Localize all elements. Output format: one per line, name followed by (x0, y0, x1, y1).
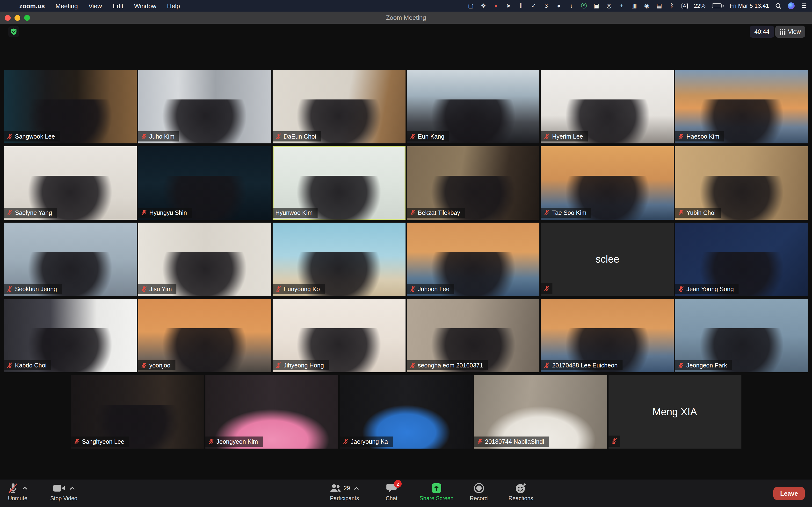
participant-tile[interactable]: Sangwook Lee (4, 70, 137, 144)
bell-icon[interactable]: ● (556, 3, 562, 9)
shottr-icon[interactable]: Ⓢ (581, 3, 587, 9)
leave-button[interactable]: Leave (773, 487, 805, 500)
screen-mirroring-icon[interactable]: ▢ (468, 3, 474, 9)
stop-video-button[interactable]: Stop Video (50, 483, 77, 501)
participant-name-label: 20180744 NabilaSindi (474, 437, 549, 447)
muted-mic-icon (678, 286, 684, 292)
participant-tile[interactable]: Juho Kim (138, 70, 271, 144)
participant-tile[interactable]: Jaeryoung Ka (340, 375, 472, 449)
participant-name-label: Haesoo Kim (675, 131, 724, 142)
menu-item-meeting[interactable]: Meeting (55, 2, 78, 9)
participant-tile[interactable]: yoonjoo (138, 299, 271, 372)
unmute-button[interactable]: Unmute (8, 483, 28, 501)
close-window-button[interactable] (5, 15, 11, 20)
mic-options-chevron-icon[interactable] (22, 487, 28, 490)
participant-name: Jisu Yim (149, 286, 172, 292)
bluetooth-icon[interactable]: ᛒ (669, 3, 675, 9)
download-icon[interactable]: ↓ (568, 3, 574, 9)
muted-mic-icon (208, 439, 214, 445)
participant-tile[interactable]: Yubin Choi (675, 146, 808, 220)
participant-name: Sangwook Lee (15, 133, 55, 140)
accessibility-icon[interactable]: ◉ (644, 3, 650, 9)
input-source-icon[interactable]: A (681, 3, 688, 9)
participant-tile[interactable]: Kabdo Choi (4, 299, 137, 372)
participant-tile[interactable]: DaEun Choi (272, 70, 405, 144)
meeting-security-shield-icon[interactable] (8, 26, 19, 37)
participant-tile[interactable]: Jihyeong Hong (272, 299, 405, 372)
share-screen-button[interactable]: Share Screen (419, 483, 454, 501)
menu-item-zoom-us[interactable]: zoom.us (19, 2, 45, 9)
gallery-grid: Sangwook Lee Juho Kim (4, 70, 808, 372)
participant-tile[interactable]: Jeongyeon Kim (205, 375, 338, 449)
participant-tile[interactable]: seongha eom 20160371 (407, 299, 540, 372)
muted-mic-icon (141, 286, 147, 292)
participant-tile[interactable]: 20170488 Lee Euicheon (541, 299, 674, 372)
meeting-toolbar: Unmute Stop Video 29 Participants 2 Chat (0, 479, 812, 507)
audio-levels-icon[interactable]: ⫴ (518, 3, 524, 9)
plus-icon[interactable]: + (618, 3, 625, 9)
minimize-window-button[interactable] (14, 15, 20, 20)
participant-tile[interactable]: 20180744 NabilaSindi (474, 375, 607, 449)
participant-name-label: Jeongyeon Kim (205, 437, 263, 447)
muted-mic-icon (141, 362, 147, 369)
menu-item-window[interactable]: Window (134, 2, 157, 9)
split-view-icon[interactable]: ▥ (631, 3, 637, 9)
video-camera-icon (53, 484, 65, 493)
participant-tile[interactable]: Saelyne Yang (4, 146, 137, 220)
participant-tile[interactable]: Hyunwoo Kim (272, 146, 405, 220)
spotlight-search-icon[interactable] (775, 3, 781, 9)
check-circle-icon[interactable]: ✓ (530, 3, 537, 9)
participant-tile[interactable]: Bekzat Tilekbay (407, 146, 540, 220)
reactions-button[interactable]: Reactions (508, 483, 533, 501)
list-menu-icon[interactable]: ☰ (801, 3, 807, 9)
participant-tile[interactable]: Sanghyeon Lee (71, 375, 204, 449)
participant-tile[interactable]: Juhoon Lee (407, 223, 540, 296)
participants-chevron-icon[interactable] (354, 487, 359, 490)
participant-tile[interactable]: Hyungyu Shin (138, 146, 271, 220)
participant-name: Juhoon Lee (418, 286, 450, 292)
muted-mic-icon (7, 362, 12, 369)
participant-name-label: Kabdo Choi (4, 360, 51, 370)
participant-tile[interactable]: Hyerim Lee (541, 70, 674, 144)
menu-bar-clock[interactable]: Fri Mar 5 13:41 (729, 2, 769, 9)
messenger-badge-icon[interactable]: ● (493, 3, 499, 9)
window-manager-icon[interactable]: ▣ (593, 3, 600, 9)
participant-name: Yubin Choi (686, 209, 716, 216)
participant-tile[interactable]: Jisu Yim (138, 223, 271, 296)
fullscreen-window-button[interactable] (24, 15, 30, 20)
pause-circle-icon[interactable]: ◎ (606, 3, 612, 9)
participant-tile[interactable]: Eun Kang (407, 70, 540, 144)
menu-item-edit[interactable]: Edit (113, 2, 123, 9)
participant-tile[interactable]: Jeongeon Park (675, 299, 808, 372)
participant-name-label: Tae Soo Kim (541, 208, 591, 218)
participant-tile[interactable]: Haesoo Kim (675, 70, 808, 144)
participant-tile[interactable]: Seokhun Jeong (4, 223, 137, 296)
participant-name-label: Juho Kim (138, 131, 179, 142)
participants-button[interactable]: 29 Participants (329, 483, 359, 501)
video-options-chevron-icon[interactable] (69, 487, 75, 490)
menu-item-help[interactable]: Help (167, 2, 180, 9)
participant-tile[interactable]: Eunyoung Ko (272, 223, 405, 296)
participant-tile[interactable]: sclee (541, 223, 674, 296)
participant-name: Saelyne Yang (15, 209, 52, 216)
muted-mic-icon (544, 133, 550, 139)
check-count[interactable]: 3 (543, 3, 549, 9)
chat-button[interactable]: 2 Chat (386, 483, 398, 501)
participant-tile[interactable]: Tae Soo Kim (541, 146, 674, 220)
participant-name-label: Saelyne Yang (4, 208, 57, 218)
participant-tile[interactable]: Jean Young Song (675, 223, 808, 296)
participant-name: Jeongyeon Kim (216, 438, 258, 445)
record-button[interactable]: Record (470, 483, 488, 501)
muted-mic-icon (7, 133, 12, 139)
dropbox-icon[interactable]: ❖ (480, 3, 487, 9)
pointer-app-icon[interactable]: ➤ (505, 3, 512, 9)
participant-name-label: Yubin Choi (675, 208, 720, 218)
menu-item-view[interactable]: View (89, 2, 102, 9)
siri-icon[interactable] (788, 2, 795, 9)
participant-name: Jihyeong Hong (284, 362, 324, 369)
participant-name-label: Eunyoung Ko (272, 284, 324, 294)
participant-tile[interactable]: Meng XIA (608, 375, 741, 449)
view-button[interactable]: View (775, 25, 805, 38)
airplay-icon[interactable]: ▤ (656, 3, 662, 9)
participant-name: Hyungyu Shin (149, 209, 187, 216)
